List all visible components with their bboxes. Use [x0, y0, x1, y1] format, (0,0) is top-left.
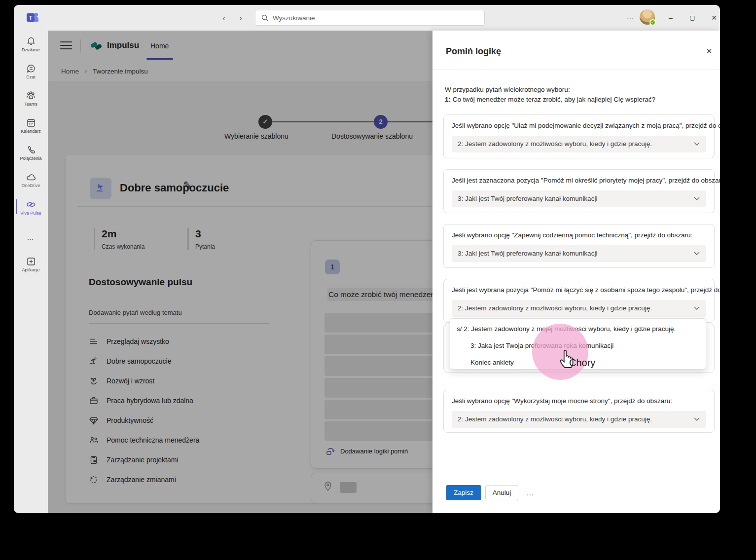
rule-condition: Jeśli jest zaznaczona pozycja "Pomóż mi …	[452, 177, 720, 184]
sidebar-item-more[interactable]: …	[14, 224, 48, 251]
rule-condition: Jeśli jest wybrana pozycja "Pomóż mi łąc…	[452, 286, 720, 294]
bell-icon	[26, 37, 36, 46]
people-team-icon	[26, 91, 36, 101]
panel-question: 1: Co twój menedżer może teraz zrobić, a…	[445, 96, 655, 103]
add-app-icon	[26, 257, 36, 266]
save-button[interactable]: Zapisz	[446, 485, 481, 500]
sidebar-item-teams[interactable]: Teams	[14, 85, 48, 112]
rule-target-dropdown[interactable]: 3: Jaki jest Twój preferowany kanał komu…	[452, 190, 706, 207]
cursor-label: Chory	[569, 357, 595, 369]
presence-available-icon: ✓	[649, 19, 656, 26]
chevron-down-icon	[693, 251, 700, 256]
skip-logic-panel: Pomiń logikę ✕ W przypadku pytań wielokr…	[432, 31, 720, 513]
footer-more-button[interactable]: …	[526, 488, 534, 497]
close-panel-icon[interactable]: ✕	[703, 45, 715, 57]
maximize-button[interactable]: ▢	[685, 12, 699, 24]
cloud-icon	[26, 172, 36, 182]
panel-title: Pomiń logikę	[446, 46, 501, 57]
chevron-down-icon	[693, 416, 700, 421]
teams-logo-icon: T	[26, 11, 39, 24]
rule-condition: Jeśli wybrano opcję "Ułaż mi podejmowani…	[452, 122, 720, 129]
titlebar: T ‹ › Wyszukiwanie … ✓ – ▢ ✕	[14, 5, 720, 31]
calendar-icon	[26, 118, 36, 128]
rule-condition: Jeśli wybrano opcję "Wykorzystaj moje mo…	[452, 397, 672, 405]
titlebar-more-button[interactable]: …	[624, 12, 637, 24]
sidebar-item-activity[interactable]: Działanie	[14, 31, 48, 58]
close-window-button[interactable]: ✕	[707, 12, 720, 24]
sidebar-item-calls[interactable]: Połączenia	[14, 139, 48, 166]
chevron-down-icon	[693, 196, 700, 201]
minimize-button[interactable]: –	[664, 12, 678, 24]
chat-icon	[26, 64, 36, 74]
svg-text:T: T	[29, 15, 33, 21]
panel-intro: W przypadku pytań wielokrotnego wyboru:	[445, 86, 570, 93]
skip-rule-card: Jeśli wybrano opcję "Wykorzystaj moje mo…	[443, 390, 715, 433]
dropdown-option[interactable]: Koniec ankiety	[470, 359, 514, 366]
sidebar-item-onedrive[interactable]: OneDrive	[14, 166, 48, 193]
avatar[interactable]: ✓	[640, 9, 655, 25]
search-icon	[261, 14, 268, 21]
panel-footer: Zapisz Anuluj …	[446, 485, 534, 500]
rule-target-dropdown[interactable]: 2: Jestem zadowolony z możliwości wyboru…	[452, 136, 706, 152]
sidebar-item-calendar[interactable]: Kalendarz	[14, 112, 48, 139]
rule-target-dropdown-open[interactable]: 2: Jestem zadowolony z możliwości wyboru…	[452, 300, 706, 317]
rule-target-dropdown[interactable]: 3: Jaki jest Twój preferowany kanał komu…	[452, 245, 706, 262]
sidebar-item-apps[interactable]: Aplikacje	[14, 251, 48, 278]
app-rail: Działanie Czat Teams Kalendarz Połączeni…	[14, 31, 48, 513]
skip-rule-card: Jeśli jest wybrana pozycja "Pomóż mi łąc…	[443, 279, 715, 323]
skip-rule-card: Jeśli wybrano opcję "Zapewnij codzienną …	[443, 224, 715, 268]
back-button[interactable]: ‹	[218, 13, 229, 24]
sidebar-item-chat[interactable]: Czat	[14, 58, 48, 85]
viva-pulse-icon	[26, 199, 36, 210]
sidebar-item-viva-pulse[interactable]: Viva Pulse	[14, 193, 48, 221]
skip-rule-card: Jeśli wybrano opcję "Ułaż mi podejmowani…	[443, 114, 715, 158]
skip-rule-card: Jeśli jest zaznaczona pozycja "Pomóż mi …	[443, 169, 715, 213]
cancel-button[interactable]: Anuluj	[485, 485, 519, 500]
chevron-down-icon	[693, 141, 700, 146]
rule-target-dropdown[interactable]: 2: Jestem zadowolony z możliwości wyboru…	[452, 411, 706, 428]
phone-icon	[26, 145, 36, 155]
dimmed-overlay	[48, 31, 432, 513]
teams-window: T ‹ › Wyszukiwanie … ✓ – ▢ ✕ Działanie C…	[14, 5, 720, 513]
main-content: Impulsu Home Home › Tworzenie impulsu ✓ …	[48, 31, 432, 513]
search-placeholder: Wyszukiwanie	[273, 14, 315, 22]
chevron-down-icon	[693, 305, 700, 310]
more-dots-icon: …	[27, 233, 35, 241]
rule-condition: Jeśli wybrano opcję "Zapewnij codzienną …	[452, 231, 692, 239]
forward-button[interactable]: ›	[235, 13, 246, 24]
search-input[interactable]: Wyszukiwanie	[255, 10, 485, 26]
